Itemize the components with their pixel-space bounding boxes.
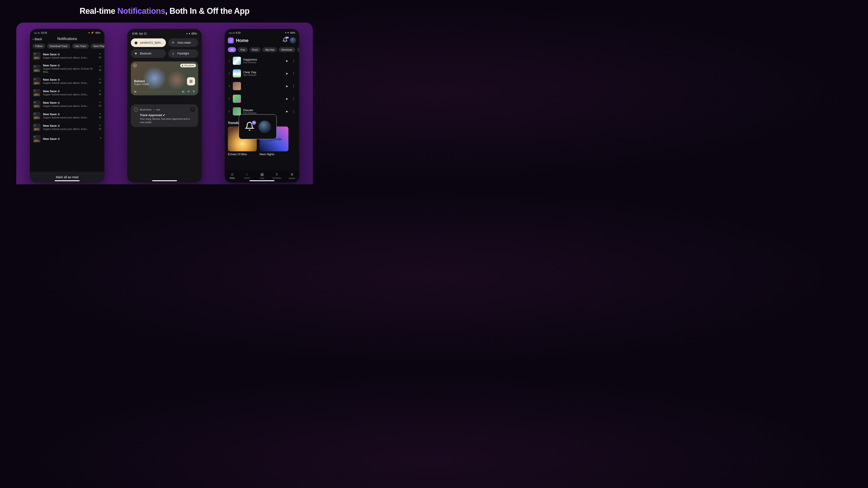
back-button[interactable]: ‹ Back bbox=[33, 37, 42, 41]
bluetooth-icon: ✱ bbox=[134, 52, 138, 55]
repeat-button[interactable]: ↺ bbox=[187, 90, 190, 93]
system-notification[interactable]: ♪ MusicVerse • now ⌃ Track Approved ✔ Yo… bbox=[131, 104, 198, 127]
filter-save[interactable]: Save Playlist bbox=[91, 43, 104, 48]
filter-like[interactable]: Like Track bbox=[72, 43, 89, 48]
play-button[interactable]: ▶ bbox=[285, 59, 289, 63]
flashlight-icon: ▯ bbox=[171, 52, 175, 55]
genre-chip[interactable]: Electronic bbox=[279, 47, 295, 52]
notification-item[interactable]: New Save ☆ Sugam Subedi saved your album… bbox=[30, 110, 104, 122]
notif-subtitle: Sugam Subedi saved your album, Echo... bbox=[43, 116, 96, 119]
notification-badge: 9+ bbox=[285, 37, 289, 39]
more-button[interactable]: ⋮ bbox=[291, 97, 296, 101]
media-info: Bahara Sugam Subedi bbox=[134, 79, 149, 86]
app-icon: ♪ bbox=[134, 107, 138, 111]
play-button[interactable]: ▶ bbox=[285, 109, 289, 114]
rotate-icon: ⟳ bbox=[171, 41, 175, 44]
tab-search[interactable]: ⌕Search bbox=[240, 172, 254, 180]
notif-subtitle: Sugam Subedi saved your album, Echo... bbox=[43, 127, 96, 131]
play-button[interactable]: ▶ bbox=[285, 84, 289, 89]
tile-bluetooth[interactable]: ✱ Bluetooth bbox=[131, 49, 166, 58]
notification-item[interactable]: New Save ☆ bbox=[30, 133, 104, 145]
more-button[interactable]: ⋮ bbox=[291, 72, 296, 75]
genre-chip[interactable]: Rock bbox=[250, 47, 260, 52]
more-button[interactable]: ⋮ bbox=[291, 85, 296, 88]
chevron-left-icon: ‹ bbox=[33, 37, 34, 41]
status-bar: 6:56 Apr 21 ▾65% bbox=[127, 29, 202, 37]
notification-item[interactable]: New Save ☆ Sugam Subedi saved your album… bbox=[30, 122, 104, 133]
genre-chip[interactable]: R& bbox=[297, 47, 299, 52]
seek-bar[interactable] bbox=[139, 91, 180, 92]
track-title: Elavate bbox=[243, 108, 283, 112]
phone-icon: ▮ bbox=[182, 64, 183, 67]
genre-chip[interactable]: Pop bbox=[238, 47, 248, 52]
notif-thumb bbox=[33, 112, 41, 120]
tab-feed[interactable]: ▦Feed bbox=[254, 172, 270, 180]
track-artist: Ded Sheeran bbox=[243, 74, 283, 76]
track-row[interactable]: 1 Happiness Ded Sheeran ▶ ⋮ bbox=[226, 55, 298, 67]
unread-dot-icon bbox=[99, 113, 101, 114]
collapse-button[interactable]: ⌃ bbox=[190, 107, 195, 112]
notif-time: 4d bbox=[99, 105, 101, 107]
unread-dot-icon bbox=[99, 90, 101, 91]
notif-time: 4d bbox=[99, 128, 101, 130]
track-number: 3 bbox=[228, 85, 230, 88]
notif-title: New Save ☆ bbox=[43, 101, 96, 104]
track-list: 1 Happiness Ded Sheeran ▶ ⋮ 2 Clear Day … bbox=[225, 54, 299, 119]
headline: Real-time Notifications, Both In & Off t… bbox=[0, 6, 329, 16]
home-indicator bbox=[250, 180, 274, 181]
more-button[interactable]: ⋮ bbox=[291, 110, 296, 113]
media-player-card[interactable]: ▮ This phone Bahara Sugam Subedi |◂ ▸| ↺… bbox=[131, 61, 198, 95]
notif-subtitle: Sugam Subedi saved your album, Echo... bbox=[43, 81, 96, 85]
tile-flashlight[interactable]: ▯ Flashlight bbox=[168, 49, 198, 58]
track-art bbox=[233, 82, 241, 90]
notification-list[interactable]: New Save ☆ Sugam Subedi saved your album… bbox=[30, 51, 104, 145]
loop-button[interactable]: ↻ bbox=[193, 90, 195, 93]
play-button[interactable]: ▶ bbox=[285, 71, 289, 76]
album-title: Echoes Of Bliss bbox=[228, 153, 257, 156]
tile-autorotate[interactable]: ⟳ Auto-rotate bbox=[168, 38, 198, 47]
tab-home[interactable]: ⌂Home bbox=[225, 172, 240, 180]
unread-dot-icon bbox=[99, 78, 101, 80]
genre-chip[interactable]: All bbox=[228, 47, 236, 52]
notif-title: New Save ☆ bbox=[43, 124, 96, 127]
filter-download[interactable]: Download Track bbox=[47, 43, 70, 48]
filter-follow[interactable]: Follow bbox=[33, 43, 45, 48]
phone-home: Apr 209:33 ▾56% ♫ Home 9+ AllPopRockHip-… bbox=[225, 29, 299, 183]
unread-dot-icon bbox=[99, 102, 101, 103]
notification-item[interactable]: New Save ☆ Sugam Subedi saved your album… bbox=[30, 99, 104, 110]
play-button[interactable]: ▶ bbox=[285, 96, 289, 101]
genre-chips: AllPopRockHip-HopElectronicR& bbox=[225, 46, 299, 54]
notifications-button[interactable]: 9+ bbox=[283, 37, 287, 43]
notif-thumb bbox=[33, 65, 41, 72]
tab-mylibrary[interactable]: ⫼MyLibrary bbox=[270, 172, 284, 180]
track-row[interactable]: 4 ▶ ⋮ bbox=[226, 92, 298, 105]
avatar-large bbox=[258, 121, 271, 133]
notification-item[interactable]: New Save ☆ Sugam Subedi saved your album… bbox=[30, 51, 104, 62]
media-controls: |◂ ▸| ↺ ↻ bbox=[134, 90, 195, 93]
more-button[interactable]: ⋮ bbox=[291, 59, 296, 63]
prev-button[interactable]: |◂ bbox=[134, 90, 136, 93]
avatar[interactable] bbox=[290, 37, 296, 43]
track-art bbox=[233, 69, 241, 77]
notification-item[interactable]: New Save ☆ Sugam Subedi saved your album… bbox=[30, 76, 104, 87]
upload-icon: ⊕ bbox=[290, 172, 293, 176]
pause-button[interactable] bbox=[187, 77, 195, 86]
quick-settings: ⬤ sandesh21_fpkhr... ⟳ Auto-rotate ✱ Blu… bbox=[127, 37, 202, 60]
filter-chips: Follow Download Track Like Track Save Pl… bbox=[30, 43, 104, 51]
notif-thumb bbox=[33, 89, 41, 97]
tile-wifi[interactable]: ⬤ sandesh21_fpkhr... bbox=[131, 38, 166, 47]
genre-chip[interactable]: Hip-Hop bbox=[262, 47, 277, 52]
notif-title: Track Approved ✔ bbox=[140, 113, 195, 117]
track-number: 1 bbox=[228, 59, 230, 62]
notification-item[interactable]: New Save ☆ Sugam Subedi saved your album… bbox=[30, 87, 104, 99]
track-row[interactable]: 3 ▶ ⋮ bbox=[226, 80, 298, 92]
notification-item[interactable]: New Save ☆ Sugam Subedi saved your album… bbox=[30, 62, 104, 76]
track-row[interactable]: 2 Clear Day Ded Sheeran ▶ ⋮ bbox=[226, 67, 298, 80]
next-button[interactable]: ▸| bbox=[182, 90, 184, 93]
notif-message: Your song, Moose, has been approved and … bbox=[140, 117, 195, 124]
output-device-chip[interactable]: ▮ This phone bbox=[180, 64, 196, 67]
notif-thumb bbox=[33, 135, 41, 143]
home-indicator bbox=[152, 180, 177, 181]
tab-upload[interactable]: ⊕Upload bbox=[284, 172, 299, 180]
album-title: Neon Nights bbox=[259, 153, 288, 156]
